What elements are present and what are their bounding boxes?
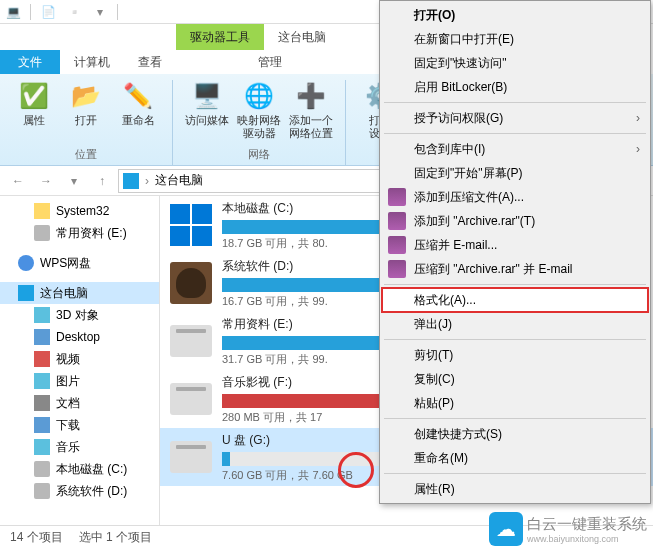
ctx-email-rar[interactable]: 压缩到 "Archive.rar" 并 E-mail (382, 257, 648, 281)
tree-3d[interactable]: 3D 对象 (0, 304, 159, 326)
recent-button[interactable]: ▾ (62, 169, 86, 193)
ctx-format[interactable]: 格式化(A)... (382, 288, 648, 312)
ctx-email[interactable]: 压缩并 E-mail... (382, 233, 648, 257)
selected-count: 选中 1 个项目 (79, 529, 152, 546)
ctx-newwindow[interactable]: 在新窗口中打开(E) (382, 27, 648, 51)
windows-icon (170, 204, 212, 246)
rar-icon (388, 188, 406, 206)
ctx-library[interactable]: 包含到库中(I)› (382, 137, 648, 161)
rar-icon (388, 236, 406, 254)
location-group-label: 位置 (75, 147, 97, 165)
drive-icon (170, 441, 212, 473)
ctx-pin-quick[interactable]: 固定到"快速访问" (382, 51, 648, 75)
window-title: 这台电脑 (264, 24, 340, 50)
rar-icon (388, 212, 406, 230)
ctx-add-archive[interactable]: 添加到压缩文件(A)... (382, 185, 648, 209)
tree-downloads[interactable]: 下载 (0, 414, 159, 436)
context-menu: 打开(O) 在新窗口中打开(E) 固定到"快速访问" 启用 BitLocker(… (379, 0, 651, 504)
manage-menu[interactable]: 管理 (244, 50, 296, 74)
address-path: 这台电脑 (155, 172, 203, 189)
tree-wps[interactable]: WPS网盘 (0, 252, 159, 274)
tree-common-e[interactable]: 常用资料 (E:) (0, 222, 159, 244)
watermark-icon: ☁ (489, 512, 523, 546)
computer-menu[interactable]: 计算机 (60, 50, 124, 74)
network-group-label: 网络 (248, 147, 270, 165)
file-menu[interactable]: 文件 (0, 50, 60, 74)
rename-button[interactable]: ✏️重命名 (114, 80, 162, 127)
tree-pictures[interactable]: 图片 (0, 370, 159, 392)
nav-tree[interactable]: System32 常用资料 (E:) WPS网盘 这台电脑 3D 对象 Desk… (0, 196, 160, 536)
avatar-icon (170, 262, 212, 304)
open-button[interactable]: 📂打开 (62, 80, 110, 127)
ctx-access[interactable]: 授予访问权限(G)› (382, 106, 648, 130)
tree-thispc[interactable]: 这台电脑 (0, 282, 159, 304)
tree-desktop[interactable]: Desktop (0, 326, 159, 348)
highlight-circle (338, 452, 374, 488)
tree-docs[interactable]: 文档 (0, 392, 159, 414)
qat-save-icon[interactable]: 📄 (38, 2, 58, 22)
drive-icon (170, 383, 212, 415)
item-count: 14 个项目 (10, 529, 63, 546)
ctx-shortcut[interactable]: 创建快捷方式(S) (382, 422, 648, 446)
chevron-right-icon: › (636, 111, 640, 125)
up-button[interactable]: ↑ (90, 169, 114, 193)
drive-icon (170, 325, 212, 357)
ctx-pin-start[interactable]: 固定到"开始"屏幕(P) (382, 161, 648, 185)
ctx-open[interactable]: 打开(O) (382, 3, 648, 27)
ctx-add-rar[interactable]: 添加到 "Archive.rar"(T) (382, 209, 648, 233)
tree-system32[interactable]: System32 (0, 200, 159, 222)
view-menu[interactable]: 查看 (124, 50, 176, 74)
tree-video[interactable]: 视频 (0, 348, 159, 370)
back-button[interactable]: ← (6, 169, 30, 193)
app-icon: 💻 (3, 2, 23, 22)
ctx-rename[interactable]: 重命名(M) (382, 446, 648, 470)
add-netloc-button[interactable]: ➕添加一个 网络位置 (287, 80, 335, 140)
ctx-bitlocker[interactable]: 启用 BitLocker(B) (382, 75, 648, 99)
ctx-copy[interactable]: 复制(C) (382, 367, 648, 391)
chevron-right-icon: › (636, 142, 640, 156)
ctx-properties[interactable]: 属性(R) (382, 477, 648, 501)
media-button[interactable]: 🖥️访问媒体 (183, 80, 231, 140)
forward-button[interactable]: → (34, 169, 58, 193)
watermark: ☁ 白云一键重装系统 www.baiyunxitong.com (489, 512, 647, 546)
tree-music[interactable]: 音乐 (0, 436, 159, 458)
pc-icon (123, 173, 139, 189)
qat-dropdown-icon[interactable]: ▾ (90, 2, 110, 22)
properties-button[interactable]: ✅属性 (10, 80, 58, 127)
ctx-eject[interactable]: 弹出(J) (382, 312, 648, 336)
qat-props-icon[interactable]: ▫️ (64, 2, 84, 22)
ctx-paste[interactable]: 粘贴(P) (382, 391, 648, 415)
drive-tools-tab[interactable]: 驱动器工具 (176, 24, 264, 50)
tree-local-c[interactable]: 本地磁盘 (C:) (0, 458, 159, 480)
tree-sys-d[interactable]: 系统软件 (D:) (0, 480, 159, 502)
rar-icon (388, 260, 406, 278)
ctx-cut[interactable]: 剪切(T) (382, 343, 648, 367)
map-network-button[interactable]: 🌐映射网络 驱动器 (235, 80, 283, 140)
